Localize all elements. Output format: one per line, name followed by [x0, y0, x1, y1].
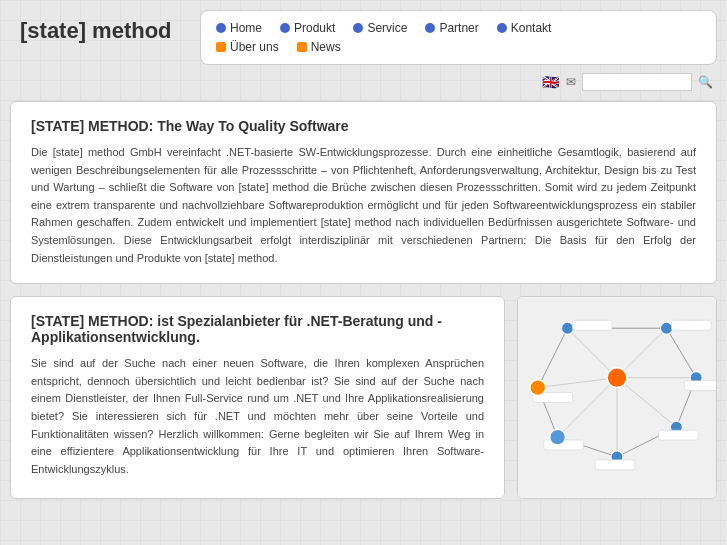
nav-dot-home	[216, 23, 226, 33]
bottom-left-card: [STATE] METHOD: ist Spezialanbieter für …	[10, 296, 505, 499]
search-button[interactable]: 🔍	[698, 75, 713, 89]
nav-item-home[interactable]: Home	[216, 21, 262, 35]
nav-row-2: Über uns News	[216, 40, 701, 54]
nav-label-produkt: Produkt	[294, 21, 335, 35]
nav-item-produkt[interactable]: Produkt	[280, 21, 335, 35]
email-icon[interactable]: ✉	[566, 75, 576, 89]
nav-dot-service	[353, 23, 363, 33]
nav-label-ueber-uns: Über uns	[230, 40, 279, 54]
svg-rect-24	[671, 320, 711, 330]
bottom-right-card	[517, 296, 717, 499]
svg-rect-29	[659, 430, 699, 440]
bottom-section: [STATE] METHOD: ist Spezialanbieter für …	[10, 296, 717, 499]
bottom-left-title: [STATE] METHOD: ist Spezialanbieter für …	[31, 313, 484, 345]
content-area: [state] method Home Produkt Service	[0, 0, 727, 509]
nav-item-news[interactable]: News	[297, 40, 341, 54]
navigation-box: Home Produkt Service Partner	[200, 10, 717, 65]
svg-point-15	[562, 322, 574, 334]
nav-label-partner: Partner	[439, 21, 478, 35]
svg-rect-25	[684, 381, 716, 391]
nav-item-kontakt[interactable]: Kontakt	[497, 21, 552, 35]
svg-rect-28	[595, 460, 635, 470]
search-input[interactable]	[582, 73, 692, 91]
main-content-card: [STATE] METHOD: The Way To Quality Softw…	[10, 101, 717, 284]
svg-point-16	[661, 322, 673, 334]
diagram-area	[518, 297, 716, 498]
header: [state] method Home Produkt Service	[10, 10, 717, 65]
flag-uk-icon[interactable]: 🇬🇧	[540, 76, 560, 89]
nav-dot-produkt	[280, 23, 290, 33]
nav-label-service: Service	[367, 21, 407, 35]
nav-label-home: Home	[230, 21, 262, 35]
svg-point-22	[607, 368, 627, 388]
utility-bar: 🇬🇧 ✉ 🔍	[10, 73, 717, 91]
nav-dot-news	[297, 42, 307, 52]
site-title: [state] method	[10, 10, 190, 52]
nav-item-service[interactable]: Service	[353, 21, 407, 35]
bottom-left-text: Sie sind auf der Suche nach einer neuen …	[31, 355, 484, 478]
diagram-svg	[518, 297, 716, 498]
svg-rect-23	[572, 320, 612, 330]
main-card-title: [STATE] METHOD: The Way To Quality Softw…	[31, 118, 696, 134]
svg-point-31	[550, 429, 566, 445]
nav-row-1: Home Produkt Service Partner	[216, 21, 701, 35]
svg-point-30	[530, 380, 546, 396]
nav-dot-partner	[425, 23, 435, 33]
nav-label-news: News	[311, 40, 341, 54]
nav-item-ueber-uns[interactable]: Über uns	[216, 40, 279, 54]
nav-item-partner[interactable]: Partner	[425, 21, 478, 35]
nav-dot-kontakt	[497, 23, 507, 33]
main-card-text: Die [state] method GmbH vereinfacht .NET…	[31, 144, 696, 267]
page-wrapper: [state] method Home Produkt Service	[0, 0, 727, 545]
nav-dot-ueber-uns	[216, 42, 226, 52]
nav-label-kontakt: Kontakt	[511, 21, 552, 35]
